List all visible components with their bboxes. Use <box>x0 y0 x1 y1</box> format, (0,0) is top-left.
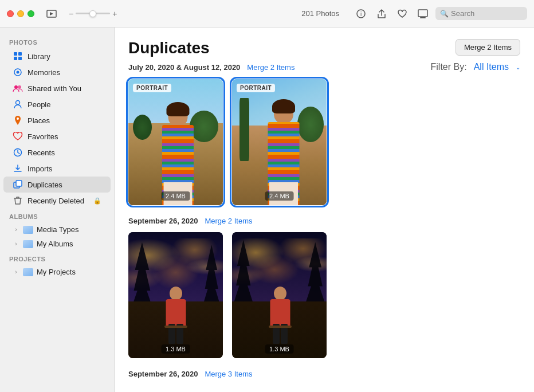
photo-row-1: PORTRAIT 2.4 MB <box>128 79 520 205</box>
sidebar-item-duplicates[interactable]: Duplicates <box>3 177 111 193</box>
zoom-slider-thumb[interactable] <box>89 10 96 17</box>
close-button[interactable] <box>7 10 14 17</box>
photo-1-background <box>128 79 223 205</box>
svg-text:i: i <box>360 11 362 17</box>
group-1-date-row: July 20, 2020 & August 12, 2020 Merge 2 … <box>128 62 520 72</box>
sidebar-item-imports[interactable]: Imports <box>3 160 111 177</box>
photo-card-1[interactable]: PORTRAIT 2.4 MB <box>128 79 223 205</box>
my-projects-folder-icon <box>23 268 33 276</box>
person-figure-1 <box>158 102 198 205</box>
photo-group-1: PORTRAIT 2.4 MB <box>128 79 520 205</box>
sidebar-section-albums: Albums <box>0 209 114 222</box>
photo-badge-1: PORTRAIT <box>133 84 171 92</box>
group-3-date: September 26, 2020 <box>128 370 198 378</box>
slideshow-play-icon[interactable] <box>415 6 431 22</box>
filter-value[interactable]: All Items <box>474 62 509 72</box>
svg-rect-8 <box>18 57 22 60</box>
person-figure-night-2 <box>266 287 295 344</box>
photo-card-3[interactable]: 1.3 MB <box>128 232 223 358</box>
svg-point-12 <box>18 85 21 89</box>
group-3-date-row: September 26, 2020 Merge 3 Items <box>128 370 520 378</box>
my-projects-label: My Projects <box>37 268 76 276</box>
group-2-merge-link[interactable]: Merge 2 Items <box>205 217 252 225</box>
photo-2-background <box>232 79 327 205</box>
photo-count: 201 Photos <box>301 9 339 18</box>
my-albums-label: My Albums <box>37 240 73 248</box>
memories-icon <box>13 67 23 77</box>
recently-deleted-label: Recently Deleted <box>28 197 89 205</box>
sidebar-item-places[interactable]: Places <box>3 112 111 128</box>
search-input[interactable] <box>451 9 520 18</box>
shared-icon <box>13 83 23 93</box>
sidebar-item-people[interactable]: People <box>3 96 111 112</box>
sidebar-item-shared-with-you[interactable]: Shared with You <box>3 80 111 96</box>
zoom-slider-track[interactable] <box>76 13 110 14</box>
sidebar-item-favorites[interactable]: Favorites <box>3 128 111 144</box>
photo-badge-2: PORTRAIT <box>237 84 275 92</box>
search-box[interactable]: 🔍 <box>435 7 527 20</box>
sidebar-item-library[interactable]: Library <box>3 48 111 64</box>
sidebar-section-photos: Photos <box>0 34 114 48</box>
svg-rect-5 <box>14 52 17 56</box>
photo-card-2[interactable]: PORTRAIT 2.4 MB <box>232 79 327 205</box>
filter-label: Filter By: <box>431 62 467 72</box>
sidebar-item-my-albums[interactable]: › My Albums <box>3 237 111 251</box>
duplicates-label: Duplicates <box>28 181 101 189</box>
search-icon: 🔍 <box>440 10 449 18</box>
minimize-button[interactable] <box>17 10 24 17</box>
svg-point-13 <box>16 101 20 105</box>
zoom-out-button[interactable]: − <box>69 9 73 18</box>
titlebar: − + 201 Photos i 🔍 <box>0 0 534 28</box>
places-icon <box>13 115 23 126</box>
svg-rect-17 <box>16 181 22 186</box>
sidebar-item-recently-deleted[interactable]: Recently Deleted 🔒 <box>3 193 111 209</box>
info-icon[interactable]: i <box>353 6 369 22</box>
group-1-merge-link[interactable]: Merge 2 Items <box>247 63 295 72</box>
sidebar-item-recents[interactable]: Recents <box>3 144 111 160</box>
group-2-date-row: September 26, 2020 Merge 2 Items <box>128 217 520 225</box>
my-albums-folder-icon <box>23 240 33 248</box>
slideshow-icon[interactable] <box>44 6 60 22</box>
photo-4-background <box>232 232 327 358</box>
people-icon <box>13 99 23 109</box>
svg-rect-7 <box>14 57 17 60</box>
svg-point-14 <box>17 117 19 120</box>
chevron-right-icon-2: › <box>13 241 19 248</box>
group-3-merge-link[interactable]: Merge 3 Items <box>205 370 252 378</box>
favorite-icon[interactable] <box>394 6 410 22</box>
sidebar-item-my-projects[interactable]: › My Projects <box>3 265 111 279</box>
imports-label: Imports <box>28 164 101 173</box>
photo-card-4[interactable]: 1.3 MB <box>232 232 327 358</box>
trash-icon <box>13 195 23 206</box>
sidebar: Photos Library Memories <box>0 28 115 392</box>
photo-group-2: 1.3 MB <box>128 232 520 358</box>
photo-size-1: 2.4 MB <box>161 191 190 201</box>
media-types-label: Media Types <box>37 225 78 234</box>
photo-size-2: 2.4 MB <box>265 191 294 201</box>
person-figure-night-1 <box>162 287 190 344</box>
library-icon <box>13 51 23 61</box>
content-header: Duplicates Merge 2 Items <box>128 39 520 57</box>
svg-point-10 <box>17 71 19 74</box>
places-label: Places <box>28 116 101 125</box>
person-figure-2 <box>264 99 304 205</box>
library-label: Library <box>28 52 101 61</box>
svg-rect-6 <box>18 52 22 56</box>
group-2-date: September 26, 2020 <box>128 217 198 225</box>
favorites-icon <box>13 131 23 142</box>
merge-2-items-button-top[interactable]: Merge 2 Items <box>456 39 520 56</box>
filter-chevron-icon[interactable]: ⌄ <box>516 64 520 70</box>
people-label: People <box>28 100 101 109</box>
media-types-folder-icon <box>23 226 33 234</box>
traffic-lights <box>7 10 34 17</box>
maximize-button[interactable] <box>28 10 34 17</box>
share-icon[interactable] <box>374 6 390 22</box>
svg-rect-4 <box>420 17 426 18</box>
sidebar-item-memories[interactable]: Memories <box>3 64 111 80</box>
sidebar-item-media-types[interactable]: › Media Types <box>3 222 111 237</box>
memories-label: Memories <box>28 68 101 77</box>
group-1-date: July 20, 2020 & August 12, 2020 <box>128 63 240 72</box>
page-title: Duplicates <box>128 39 210 57</box>
zoom-in-button[interactable]: + <box>112 9 117 18</box>
photo-size-3: 1.3 MB <box>161 344 190 354</box>
